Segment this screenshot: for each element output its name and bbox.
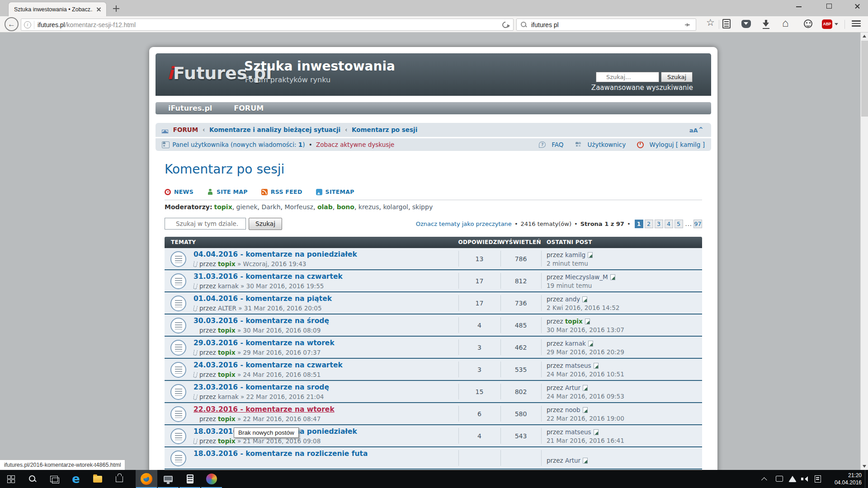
goto-last-post-icon[interactable]: [594, 363, 599, 369]
topic-author-link[interactable]: karnak: [218, 393, 239, 400]
logout-link[interactable]: Wyloguj [ kamilg ]: [632, 141, 705, 148]
last-post-author-link[interactable]: noob: [565, 406, 580, 413]
table-row[interactable]: 24.03.2016 - komentarze na czwartek prze…: [165, 359, 702, 381]
tray-expand-icon[interactable]: [761, 477, 767, 483]
goto-last-post-icon[interactable]: [594, 429, 599, 435]
goto-last-post-icon[interactable]: [583, 407, 588, 413]
pagination-page-4[interactable]: 4: [665, 220, 673, 228]
moderator-link[interactable]: skippy: [412, 203, 433, 211]
quicklink-sitemap[interactable]: SITEMAP: [316, 188, 354, 195]
taskbar-search-button[interactable]: [22, 470, 43, 488]
quicklink-news[interactable]: NEWS: [165, 188, 193, 195]
edge-app-button[interactable]: e: [65, 470, 87, 488]
table-row[interactable]: 30.03.2016 - komentarze na środę przez t…: [165, 314, 702, 337]
forum-search-input[interactable]: [165, 218, 246, 230]
show-desktop-button[interactable]: [865, 470, 868, 488]
hamburger-menu-icon[interactable]: [852, 20, 861, 28]
last-post-author-link[interactable]: Artur: [565, 384, 580, 391]
topic-author-link[interactable]: topix: [218, 437, 236, 445]
table-row[interactable]: 04.04.2016 - komentarze na poniedziałek …: [165, 248, 702, 270]
downloads-icon[interactable]: [762, 19, 770, 29]
topic-title-link[interactable]: 01.04.2016 - komentarze na piątek: [193, 295, 332, 303]
goto-last-post-icon[interactable]: [610, 274, 615, 280]
mark-read-link[interactable]: Oznacz tematy jako przeczytane: [416, 221, 512, 227]
reading-list-icon[interactable]: [722, 19, 731, 28]
browser-tab[interactable]: Sztuka inwestowania • Zobacz...: [8, 2, 107, 16]
advanced-search-link[interactable]: Zaawansowane wyszukiwanie: [591, 84, 693, 92]
breadcrumb-section[interactable]: Komentarze i analizy bieżącej sytuacji: [209, 126, 340, 133]
table-row[interactable]: 01.04.2016 - komentarze na piątek przez …: [165, 292, 702, 314]
topic-title-link[interactable]: 30.03.2016 - komentarze na środę: [193, 317, 329, 325]
topic-author-link[interactable]: karnak: [218, 282, 239, 290]
topic-author-link[interactable]: ALTER: [218, 305, 236, 312]
window-maximize-button[interactable]: [819, 0, 839, 12]
members-link[interactable]: Użytkownicy: [570, 141, 626, 148]
topic-title-link[interactable]: 29.03.2016 - komentarze na wtorek: [193, 339, 335, 347]
topic-title-link[interactable]: 22.03.2016 - komentarze na wtorek: [193, 405, 335, 413]
goto-last-post-icon[interactable]: [583, 385, 588, 391]
topic-title-link[interactable]: 23.03.2016 - komentarze na srodę: [193, 383, 329, 391]
scroll-down-icon[interactable]: [863, 465, 866, 468]
browser-search-field[interactable]: ifutures pl: [516, 19, 696, 31]
bookmark-star-icon[interactable]: ☆: [706, 17, 715, 28]
active-topics-link[interactable]: Zobacz aktywne dyskusje: [316, 141, 394, 148]
header-search-input[interactable]: [596, 72, 659, 82]
topic-title-link[interactable]: 18.03.2016 - komentarze na rozliczenie f…: [193, 450, 368, 458]
moderator-link[interactable]: Morfeusz: [285, 203, 313, 211]
tab-close-icon[interactable]: [95, 6, 103, 13]
nav-item-forum[interactable]: FORUM: [234, 104, 264, 113]
file-explorer-button[interactable]: [87, 470, 108, 488]
last-post-author-link[interactable]: matseus: [565, 362, 591, 369]
moderator-link[interactable]: kolargol: [383, 203, 408, 211]
quicklink-site-map[interactable]: SITE MAP: [207, 188, 248, 195]
topic-author-link[interactable]: topix: [218, 349, 236, 356]
breadcrumb-current[interactable]: Komentarz po sesji: [352, 126, 417, 133]
font-size-icon[interactable]: aA⌃: [689, 123, 704, 137]
topic-author-link[interactable]: topix: [218, 415, 236, 422]
feedback-smiley-icon[interactable]: [804, 19, 812, 28]
wifi-icon[interactable]: [788, 476, 797, 482]
task-view-button[interactable]: [43, 470, 65, 488]
moderator-link[interactable]: gienek: [236, 203, 258, 211]
table-row[interactable]: 18.03.2016 - komentarze na rozliczenie f…: [165, 447, 702, 469]
pagination-page-5[interactable]: 5: [675, 220, 683, 228]
goto-last-post-icon[interactable]: [585, 319, 590, 324]
window-close-button[interactable]: [847, 0, 868, 12]
pagination-page-3[interactable]: 3: [655, 220, 663, 228]
scroll-up-icon[interactable]: [863, 35, 866, 38]
user-panel-link[interactable]: Panel użytkownika (nowych wiadomości: 1): [172, 141, 305, 148]
moderator-link[interactable]: topix: [214, 203, 232, 211]
calculator-app-button[interactable]: [179, 470, 201, 488]
last-post-author-link[interactable]: matseus: [565, 428, 591, 436]
site-info-icon[interactable]: i: [24, 21, 31, 28]
last-post-author-link[interactable]: kamilg: [565, 251, 585, 258]
goto-last-post-icon[interactable]: [583, 458, 588, 464]
browser-search-text[interactable]: ifutures pl: [531, 21, 559, 28]
header-search-button[interactable]: Szukaj: [661, 72, 693, 82]
store-app-button[interactable]: [108, 470, 130, 488]
topic-title-link[interactable]: 31.03.2016 - komentarze na czwartek: [193, 272, 343, 281]
breadcrumb-forum[interactable]: FORUM: [173, 126, 198, 133]
forum-search-button[interactable]: Szukaj: [249, 218, 282, 230]
scrollbar[interactable]: [860, 33, 868, 470]
table-row[interactable]: 29.03.2016 - komentarze na wtorek przez …: [165, 337, 702, 359]
window-minimize-button[interactable]: [789, 0, 809, 12]
running-app-4-button[interactable]: [201, 470, 222, 488]
pagination-page-2[interactable]: 2: [645, 220, 653, 228]
last-post-author-link[interactable]: Artur: [565, 457, 580, 464]
goto-last-post-icon[interactable]: [588, 252, 593, 258]
taskbar-clock[interactable]: 21:20 04.04.2016: [835, 472, 862, 486]
last-post-author-link[interactable]: andy: [565, 296, 580, 303]
breadcrumb-home-icon[interactable]: [162, 127, 168, 132]
goto-last-post-icon[interactable]: [588, 341, 593, 347]
faq-link[interactable]: FAQ: [534, 141, 563, 148]
adblock-plus-icon[interactable]: ABP: [822, 19, 832, 29]
table-row[interactable]: 31.03.2016 - komentarze na czwartek prze…: [165, 270, 702, 292]
url-text[interactable]: ifutures.pl/komentarz-sesji-f12.html: [38, 21, 136, 28]
nav-item-home[interactable]: iFutures.pl: [168, 104, 212, 113]
topic-author-link[interactable]: topix: [218, 260, 236, 267]
pagination-page-1[interactable]: 1: [635, 220, 643, 228]
url-bar[interactable]: i ifutures.pl/komentarz-sesji-f12.html: [21, 19, 514, 31]
moderator-link[interactable]: Darkh: [261, 203, 280, 211]
pocket-icon[interactable]: [741, 20, 751, 28]
